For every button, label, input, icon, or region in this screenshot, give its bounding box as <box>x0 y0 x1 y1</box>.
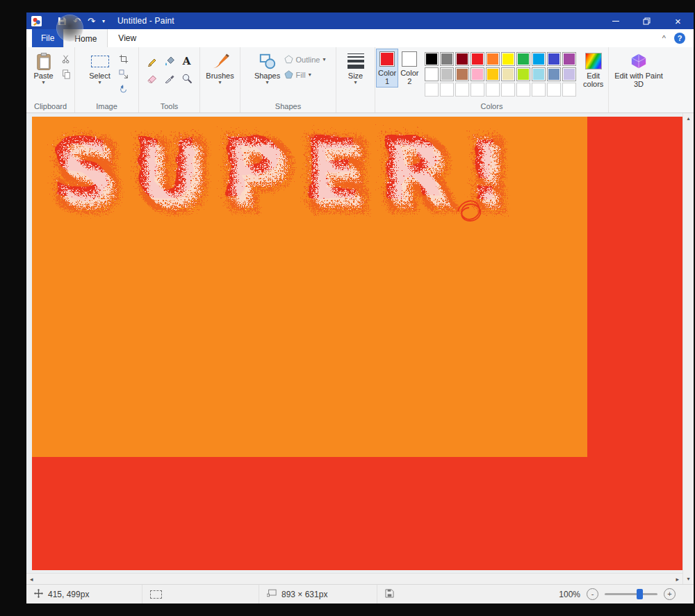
vertical-scrollbar[interactable]: ▴ ▾ <box>682 113 694 584</box>
clipboard-group-label: Clipboard <box>34 101 67 113</box>
fill-dropdown-icon: ▾ <box>309 72 311 78</box>
palette-color-swatch[interactable] <box>486 52 500 66</box>
palette-color-swatch[interactable] <box>486 83 500 97</box>
horizontal-scrollbar[interactable]: ◂ ▸ <box>26 573 682 584</box>
palette-color-swatch[interactable] <box>516 52 530 66</box>
palette-color-swatch[interactable] <box>471 52 484 66</box>
image-group: Select ▾ Image <box>75 47 139 113</box>
redo-button[interactable]: ↷ <box>85 13 98 28</box>
palette-color-swatch[interactable] <box>547 83 561 97</box>
selection-size-icon <box>150 590 162 599</box>
palette-color-swatch[interactable] <box>532 52 546 66</box>
palette-color-swatch[interactable] <box>501 52 515 66</box>
screen-background: ↶ ↷ ▾ Untitled - Paint × File Home View … <box>0 0 695 616</box>
resize-icon[interactable] <box>117 67 131 81</box>
palette-color-swatch[interactable] <box>547 52 561 66</box>
zoom-out-button[interactable]: - <box>587 588 598 600</box>
paint-canvas[interactable]: SUPER! SUPER! SUPER! <box>32 117 682 570</box>
canvas-spray-speckle: SUPER! <box>51 120 522 219</box>
edit-colors-button[interactable]: Edit colors <box>580 49 607 88</box>
brushes-dropdown-icon: ▾ <box>218 80 221 85</box>
zoom-slider-thumb[interactable] <box>637 589 643 599</box>
palette-color-swatch[interactable] <box>562 83 576 97</box>
text-tool-icon[interactable]: A <box>179 53 195 69</box>
edit-colors-label: Edit colors <box>580 72 607 88</box>
eraser-icon[interactable] <box>144 70 160 86</box>
canvas-viewport: SUPER! SUPER! SUPER! <box>26 113 682 573</box>
outline-button[interactable]: Outline ▾ <box>284 53 326 66</box>
tools-group-label: Tools <box>161 101 179 113</box>
color2-swatch <box>402 51 417 67</box>
palette-color-swatch[interactable] <box>516 83 530 97</box>
selection-size-section <box>142 585 259 603</box>
color2-button[interactable]: Color 2 <box>399 49 420 87</box>
tab-view[interactable]: View <box>108 29 147 47</box>
ribbon: Paste ▾ Clipboard <box>26 47 694 113</box>
palette-color-swatch[interactable] <box>455 52 469 66</box>
file-size-icon <box>385 589 394 600</box>
color-palette <box>425 52 576 97</box>
palette-color-swatch[interactable] <box>501 67 515 81</box>
size-group: Size ▾ <box>336 47 375 113</box>
clipboard-group: Paste ▾ Clipboard <box>26 47 75 113</box>
titlebar: ↶ ↷ ▾ Untitled - Paint × <box>26 13 694 29</box>
palette-color-swatch[interactable] <box>425 67 439 81</box>
fill-button[interactable]: Fill ▾ <box>284 69 326 81</box>
scroll-up-icon[interactable]: ▴ <box>687 115 689 122</box>
cursor-position-value: 415, 499px <box>48 590 89 599</box>
palette-color-swatch[interactable] <box>486 67 500 81</box>
color2-label: Color 2 <box>399 69 420 85</box>
statusbar: 415, 499px 893 × 631px 100% - + <box>26 584 694 603</box>
paste-button[interactable]: Paste ▾ <box>28 49 59 85</box>
color-picker-icon[interactable] <box>161 70 177 86</box>
palette-color-swatch[interactable] <box>562 52 576 66</box>
fill-bucket-icon[interactable] <box>161 53 177 69</box>
palette-color-swatch[interactable] <box>532 83 546 97</box>
palette-color-swatch[interactable] <box>562 67 576 81</box>
scroll-down-icon[interactable]: ▾ <box>687 576 689 582</box>
cut-icon[interactable] <box>59 52 73 65</box>
palette-color-swatch[interactable] <box>501 83 515 97</box>
close-button[interactable]: × <box>662 13 694 29</box>
collapse-ribbon-button[interactable]: ^ <box>657 29 671 47</box>
magnifier-icon[interactable] <box>179 70 195 86</box>
rotate-icon[interactable] <box>117 83 131 96</box>
brushes-button[interactable]: Brushes ▾ <box>204 49 237 85</box>
palette-color-swatch[interactable] <box>455 67 469 81</box>
zoom-slider[interactable] <box>605 593 657 595</box>
colors-group: Color 1 Color 2 Edit colors Colors <box>375 47 609 113</box>
size-icon <box>348 51 364 72</box>
image-group-label: Image <box>96 101 117 113</box>
palette-color-swatch[interactable] <box>532 67 546 81</box>
size-button[interactable]: Size ▾ <box>339 49 373 85</box>
palette-color-swatch[interactable] <box>425 83 439 97</box>
fill-icon <box>284 70 293 81</box>
scroll-left-icon[interactable]: ◂ <box>30 576 33 583</box>
select-button[interactable]: Select ▾ <box>83 49 117 85</box>
palette-color-swatch[interactable] <box>471 67 484 81</box>
palette-color-swatch[interactable] <box>516 67 530 81</box>
palette-color-swatch[interactable] <box>440 83 454 97</box>
palette-color-swatch[interactable] <box>425 52 439 66</box>
qat-customize-dropdown[interactable]: ▾ <box>99 13 108 28</box>
palette-color-swatch[interactable] <box>471 83 484 97</box>
pencil-icon[interactable] <box>144 53 160 69</box>
outline-icon <box>284 55 293 65</box>
crop-icon[interactable] <box>117 52 131 65</box>
copy-icon[interactable] <box>59 67 73 81</box>
palette-color-swatch[interactable] <box>440 67 454 81</box>
minimize-button[interactable] <box>600 13 631 29</box>
restore-button[interactable] <box>631 13 662 29</box>
scroll-right-icon[interactable]: ▸ <box>676 576 679 583</box>
palette-color-swatch[interactable] <box>440 52 454 66</box>
palette-color-swatch[interactable] <box>455 83 469 97</box>
edit-with-paint3d-button[interactable]: Edit with Paint 3D <box>612 49 666 88</box>
paste-icon <box>36 51 51 72</box>
shapes-button[interactable]: Shapes ▾ <box>251 49 284 85</box>
zoom-in-button[interactable]: + <box>664 588 676 600</box>
palette-color-swatch[interactable] <box>547 67 561 81</box>
help-button[interactable]: ? <box>674 33 685 44</box>
brushes-group: Brushes ▾ <box>200 47 240 113</box>
size-dropdown-icon: ▾ <box>354 80 357 85</box>
color1-button[interactable]: Color 1 <box>377 49 398 87</box>
